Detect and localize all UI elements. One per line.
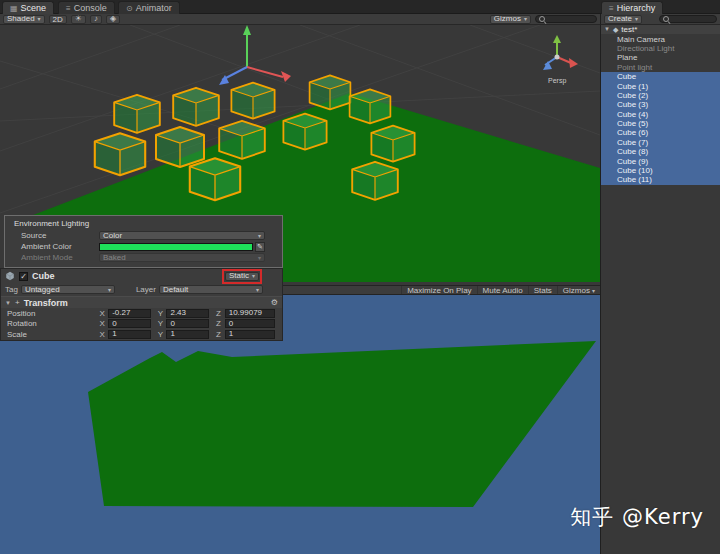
position-z-field[interactable]: 10.99079: [225, 309, 275, 318]
static-highlight-box: Static ▾: [222, 269, 262, 284]
rotation-y-field[interactable]: 0: [166, 319, 209, 328]
cube-3d[interactable]: [95, 133, 145, 175]
layer-dropdown[interactable]: Default ▾: [159, 285, 263, 294]
rotation-row: Rotation X 0 Y 0 Z 0: [1, 319, 282, 330]
cube-3d[interactable]: [350, 89, 391, 123]
scene-lighting-toggle[interactable]: ☀: [71, 15, 86, 24]
stats-button[interactable]: Stats: [528, 286, 557, 294]
hierarchy-scene-row[interactable]: ▼ ◆ test*: [601, 25, 720, 34]
chevron-down-icon: ▾: [524, 15, 527, 23]
hierarchy-item-cube-11[interactable]: Cube (11): [601, 175, 720, 184]
transform-component-header[interactable]: ▼ + Transform ⚙: [1, 296, 282, 308]
cube-3d[interactable]: [371, 126, 414, 162]
create-button[interactable]: Create ▾: [604, 15, 642, 24]
tag-layer-row: Tag Untagged ▾ Layer Default ▾: [1, 283, 282, 296]
hierarchy-item-cube-10[interactable]: Cube (10): [601, 166, 720, 175]
hierarchy-item-plane[interactable]: Plane: [601, 53, 720, 62]
axis-y-label: Y: [158, 309, 167, 318]
scale-label: Scale: [7, 330, 100, 339]
lighting-panel-title: Environment Lighting: [5, 216, 282, 230]
ambient-color-swatch[interactable]: [99, 243, 253, 251]
source-dropdown[interactable]: Color ▾: [99, 231, 265, 240]
hierarchy-item-cube[interactable]: Cube: [601, 72, 720, 81]
rotation-z-field[interactable]: 0: [225, 319, 275, 328]
foldout-icon[interactable]: ▼: [5, 300, 11, 306]
tab-console[interactable]: ≡ Console: [58, 1, 115, 14]
scene-audio-toggle[interactable]: ♪: [90, 15, 102, 24]
hierarchy-item-cube-2[interactable]: Cube (2): [601, 91, 720, 100]
hierarchy-item-directional-light[interactable]: Directional Light: [601, 44, 720, 53]
chevron-down-icon: ▾: [108, 286, 111, 294]
scene-name: test*: [621, 25, 637, 34]
cube-3d[interactable]: [190, 158, 240, 200]
cube-3d[interactable]: [173, 88, 219, 126]
chevron-down-icon: ▾: [258, 254, 261, 262]
tab-scene[interactable]: ▦ Scene: [2, 1, 54, 14]
hierarchy-header: Create ▾: [600, 14, 720, 25]
picker-icon: ✎: [257, 243, 263, 251]
hierarchy-item-cube-9[interactable]: Cube (9): [601, 156, 720, 165]
foldout-icon[interactable]: ▼: [604, 25, 610, 34]
position-label: Position: [7, 309, 100, 318]
axis-x-label: X: [100, 319, 109, 328]
axis-z-label: Z: [216, 319, 225, 328]
rotation-x-field[interactable]: 0: [108, 319, 151, 328]
chevron-down-icon: ▾: [635, 15, 638, 23]
scene-gizmos-dropdown[interactable]: Gizmos ▾: [490, 15, 531, 24]
active-checkbox[interactable]: ✓: [19, 272, 28, 281]
cube-3d[interactable]: [310, 75, 351, 109]
scene-effects-toggle[interactable]: ◈: [106, 15, 120, 24]
hierarchy-item-cube-3[interactable]: Cube (3): [601, 100, 720, 109]
hierarchy-item-cube-5[interactable]: Cube (5): [601, 119, 720, 128]
projection-label[interactable]: Persp: [548, 77, 566, 85]
gear-icon[interactable]: ⚙: [271, 299, 278, 307]
object-name: Cube: [32, 271, 55, 281]
scene-toolbar: Shaded ▾ 2D ☀ ♪ ◈ Gizmos ▾: [0, 14, 600, 25]
cube-3d[interactable]: [352, 162, 398, 200]
mute-audio-button[interactable]: Mute Audio: [477, 286, 528, 294]
hierarchy-search-input[interactable]: [659, 15, 717, 23]
tab-hierarchy[interactable]: ≡ Hierarchy: [601, 1, 663, 14]
source-row: Source Color ▾: [5, 230, 282, 241]
cube-3d[interactable]: [283, 114, 326, 150]
lighting-icon: ☀: [75, 15, 82, 23]
audio-icon: ♪: [94, 15, 98, 23]
hierarchy-item-cube-7[interactable]: Cube (7): [601, 138, 720, 147]
shading-mode-dropdown[interactable]: Shaded ▾: [3, 15, 45, 24]
cube-3d[interactable]: [156, 127, 204, 167]
layer-label: Layer: [136, 285, 156, 294]
color-picker-button[interactable]: ✎: [255, 242, 265, 252]
scale-x-field[interactable]: 1: [108, 330, 151, 339]
cube-3d[interactable]: [231, 83, 274, 119]
unity-editor-window: ▦ Scene ≡ Console ⊙ Animator ≡ Hierarchy…: [0, 0, 720, 554]
hierarchy-item-cube-1[interactable]: Cube (1): [601, 81, 720, 90]
hierarchy-item-cube-6[interactable]: Cube (6): [601, 128, 720, 137]
hierarchy-item-main-camera[interactable]: Main Camera: [601, 34, 720, 43]
scale-z-field[interactable]: 1: [225, 330, 275, 339]
tab-animator[interactable]: ⊙ Animator: [118, 1, 180, 14]
hierarchy-item-cube-8[interactable]: Cube (8): [601, 147, 720, 156]
cube-3d[interactable]: [219, 121, 265, 159]
hierarchy-item-cube-4[interactable]: Cube (4): [601, 110, 720, 119]
toggle-2d-button[interactable]: 2D: [49, 15, 67, 24]
position-y-field[interactable]: 2.43: [166, 309, 209, 318]
cube-3d[interactable]: [114, 95, 160, 133]
scale-y-field[interactable]: 1: [166, 330, 209, 339]
game-gizmos-dropdown[interactable]: Gizmos ▾: [557, 286, 600, 294]
axis-y-label: Y: [158, 319, 167, 328]
maximize-on-play-button[interactable]: Maximize On Play: [401, 286, 476, 294]
watermark: 知乎 @Kerry: [570, 503, 704, 531]
position-x-field[interactable]: -0.27: [108, 309, 151, 318]
tag-label: Tag: [5, 285, 18, 294]
ambient-mode-label: Ambient Mode: [21, 253, 99, 262]
chevron-down-icon: ▾: [258, 232, 261, 240]
static-dropdown[interactable]: Static ▾: [225, 272, 259, 281]
hierarchy-tab-icon: ≡: [609, 4, 614, 13]
tag-dropdown[interactable]: Untagged ▾: [21, 285, 115, 294]
scene-search-input[interactable]: [535, 15, 597, 23]
tab-console-label: Console: [74, 3, 107, 13]
transform-icon: +: [15, 299, 20, 307]
chevron-down-icon: ▾: [256, 286, 259, 294]
scene-asset-icon: ◆: [613, 25, 618, 34]
hierarchy-item-point-light[interactable]: Point light: [601, 63, 720, 72]
